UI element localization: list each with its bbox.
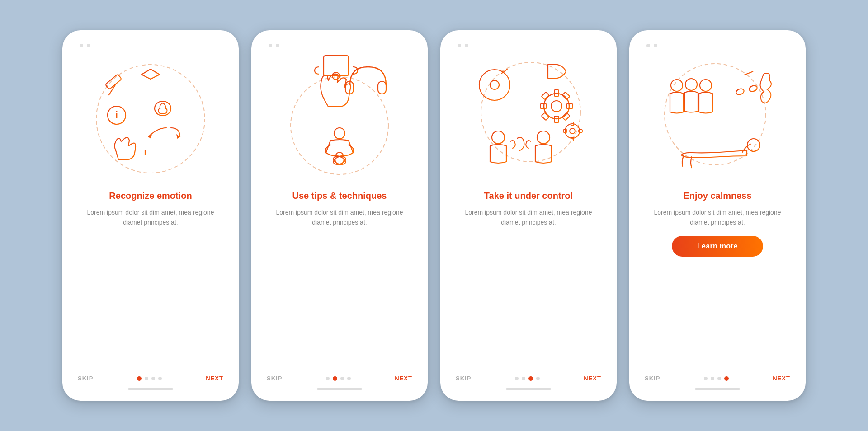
svg-point-0: [96, 65, 205, 173]
nav-dot: [145, 377, 148, 380]
screen-2-next[interactable]: NEXT: [395, 375, 412, 382]
svg-point-40: [492, 131, 505, 144]
nav-dot: [704, 377, 708, 380]
svg-point-15: [334, 128, 345, 139]
top-dot: [80, 44, 83, 47]
svg-rect-14: [378, 81, 386, 94]
top-dots-3: [453, 44, 468, 47]
nav-dot: [536, 377, 540, 380]
top-dot: [276, 44, 279, 47]
phone-frame-3: Take it under control Lorem ipsum dolor …: [440, 30, 617, 401]
screen-1-skip[interactable]: SKIP: [78, 375, 93, 382]
top-dot: [646, 44, 650, 47]
svg-point-45: [700, 80, 712, 91]
screen-4-title: Enjoy calmness: [683, 190, 751, 201]
screen-3-bottom-bar: [506, 388, 551, 390]
top-dots-1: [75, 44, 90, 47]
screen-4-body: Lorem ipsum dolor sit dim amet, mea regi…: [642, 207, 793, 228]
illustration-4: [654, 56, 781, 182]
screen-1-body: Lorem ipsum dolor sit dim amet, mea regi…: [75, 207, 226, 228]
nav-dot-active: [137, 376, 142, 381]
svg-point-49: [748, 84, 758, 92]
nav-dot: [717, 377, 721, 380]
nav-dot-active: [724, 376, 729, 381]
svg-point-20: [479, 70, 510, 100]
illustration-2: [276, 56, 403, 182]
screen-3-title: Take it under control: [484, 190, 573, 201]
screen-1-bottom-nav: SKIP NEXT: [75, 375, 226, 382]
illustration-1: i: [87, 56, 214, 182]
nav-dot: [326, 377, 330, 380]
screen-4-bottom-nav: SKIP NEXT: [642, 375, 793, 382]
screen-2-bottom-bar: [317, 388, 362, 390]
nav-dot: [158, 377, 162, 380]
screen-1-bottom-bar: [128, 388, 173, 390]
screen-3-skip[interactable]: SKIP: [456, 375, 471, 382]
learn-more-button[interactable]: Learn more: [672, 236, 763, 257]
screens-container: i: [44, 12, 824, 419]
phone-frame-2: Use tips & techniques Lorem ipsum dolor …: [251, 30, 428, 401]
svg-point-10: [291, 77, 388, 174]
screen-1-title: Recognize emotion: [109, 190, 192, 201]
svg-point-19: [481, 62, 580, 162]
screen-2-body: Lorem ipsum dolor sit dim amet, mea regi…: [264, 207, 415, 228]
screen-2-title: Use tips & techniques: [292, 190, 387, 201]
svg-marker-9: [142, 69, 160, 79]
top-dot: [87, 44, 90, 47]
screen-4-bottom-bar: [695, 388, 740, 390]
screen-1-next[interactable]: NEXT: [206, 375, 223, 382]
svg-point-18: [335, 152, 344, 165]
top-dot: [465, 44, 468, 47]
svg-point-21: [490, 80, 499, 89]
phone-frame-4: Enjoy calmness Lorem ipsum dolor sit dim…: [629, 30, 806, 401]
svg-point-25: [551, 101, 562, 112]
svg-line-48: [744, 71, 753, 75]
svg-text:i: i: [115, 110, 118, 120]
phone-frame-1: i: [62, 30, 239, 401]
svg-point-43: [671, 80, 683, 91]
top-dot: [269, 44, 272, 47]
screen-2-dots: [326, 376, 351, 381]
svg-point-44: [685, 79, 697, 90]
screen-3-bottom-nav: SKIP NEXT: [453, 375, 604, 382]
illustration-3: [465, 56, 592, 182]
top-dots-4: [642, 44, 657, 47]
svg-rect-32: [542, 113, 549, 121]
svg-rect-33: [562, 113, 570, 121]
screen-2-bottom-nav: SKIP NEXT: [264, 375, 415, 382]
nav-dot: [522, 377, 525, 380]
top-dots-2: [264, 44, 279, 47]
screen-3-next[interactable]: NEXT: [584, 375, 601, 382]
svg-point-41: [537, 131, 550, 144]
nav-dot-active: [528, 376, 533, 381]
nav-dot: [347, 377, 351, 380]
screen-4-skip[interactable]: SKIP: [645, 375, 660, 382]
screen-4-dots: [704, 376, 729, 381]
nav-dot: [340, 377, 344, 380]
top-dot: [654, 44, 657, 47]
screen-4-next[interactable]: NEXT: [773, 375, 790, 382]
screen-3-body: Lorem ipsum dolor sit dim amet, mea regi…: [453, 207, 604, 228]
top-dot: [458, 44, 461, 47]
nav-dot: [711, 377, 714, 380]
nav-dot-active: [333, 376, 337, 381]
svg-rect-11: [324, 56, 349, 76]
svg-point-42: [665, 64, 766, 165]
svg-point-46: [735, 88, 745, 95]
nav-dot: [515, 377, 519, 380]
svg-point-17: [332, 155, 347, 166]
nav-dot: [151, 377, 155, 380]
screen-3-dots: [515, 376, 540, 381]
svg-rect-31: [562, 92, 570, 100]
svg-point-35: [570, 128, 575, 134]
screen-1-dots: [137, 376, 162, 381]
screen-2-skip[interactable]: SKIP: [267, 375, 282, 382]
svg-point-24: [544, 94, 569, 119]
